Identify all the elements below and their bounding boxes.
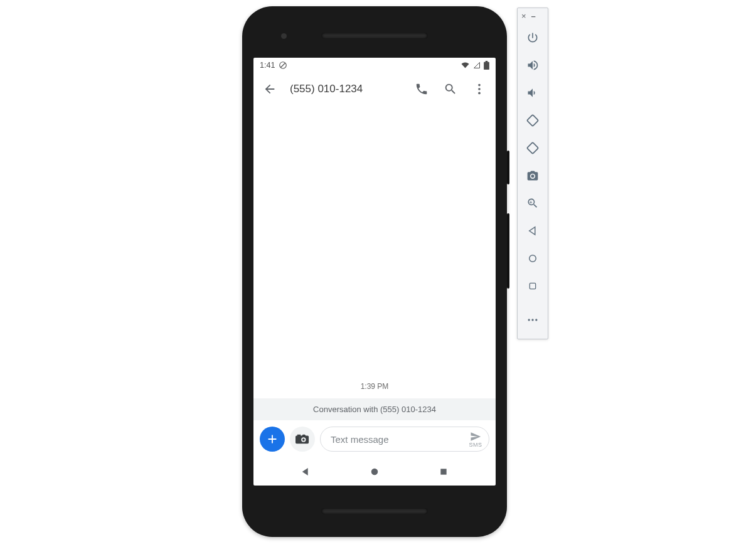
compose-row: SMS	[253, 420, 496, 458]
message-timestamp: 1:39 PM	[253, 382, 496, 391]
device-frame: 1:41 (555)	[242, 6, 507, 537]
emulator-minimize-button[interactable]: –	[531, 12, 536, 20]
battery-icon	[484, 61, 489, 70]
device-screen: 1:41 (555)	[253, 58, 496, 486]
wifi-icon	[461, 61, 470, 69]
svg-point-9	[528, 319, 530, 321]
call-button[interactable]	[413, 80, 430, 98]
device-volume-rocker	[507, 213, 509, 289]
svg-point-3	[371, 469, 378, 475]
compose-pill: SMS	[320, 427, 489, 452]
emulator-side-toolbar: × –	[517, 8, 548, 339]
emulator-power-button[interactable]	[521, 26, 544, 49]
android-nav-bar	[253, 458, 496, 486]
emulator-screenshot-button[interactable]	[521, 164, 544, 187]
status-bar: 1:41	[253, 58, 496, 73]
device-power-button	[507, 151, 509, 184]
more-options-button[interactable]	[471, 80, 488, 98]
app-bar: (555) 010-1234	[253, 73, 496, 105]
svg-point-7	[530, 255, 536, 262]
emulator-volume-up-button[interactable]	[521, 54, 544, 77]
conversation-scroll-area[interactable]: 1:39 PM	[253, 105, 496, 398]
svg-point-10	[531, 319, 533, 321]
emulator-home-button[interactable]	[521, 247, 544, 270]
svg-point-11	[535, 319, 537, 321]
emulator-close-button[interactable]: ×	[521, 12, 526, 20]
emulator-back-button[interactable]	[521, 220, 544, 242]
cell-signal-icon	[472, 61, 481, 69]
send-sublabel: SMS	[469, 442, 482, 448]
conversation-title: (555) 010-1234	[290, 83, 402, 95]
front-camera-dot	[281, 33, 287, 39]
svg-rect-5	[527, 115, 538, 126]
svg-point-2	[478, 92, 481, 95]
status-time: 1:41	[260, 61, 275, 70]
svg-rect-6	[527, 142, 538, 154]
svg-point-0	[478, 84, 481, 87]
back-button[interactable]	[261, 80, 279, 98]
svg-rect-4	[440, 469, 446, 474]
emulator-rotate-left-button[interactable]	[521, 109, 544, 132]
nav-back-button[interactable]	[297, 464, 314, 480]
attach-add-button[interactable]	[260, 427, 285, 452]
svg-rect-8	[530, 283, 535, 289]
do-not-disturb-icon	[279, 61, 287, 70]
emulator-zoom-button[interactable]	[521, 192, 544, 215]
camera-gallery-button[interactable]	[290, 427, 315, 452]
nav-recents-button[interactable]	[435, 464, 452, 480]
send-button[interactable]: SMS	[469, 431, 482, 448]
emulator-more-button[interactable]	[521, 309, 544, 331]
emulator-rotate-right-button[interactable]	[521, 137, 544, 159]
message-input[interactable]	[331, 434, 469, 445]
nav-home-button[interactable]	[366, 464, 383, 480]
svg-point-1	[478, 88, 481, 90]
emulator-overview-button[interactable]	[521, 275, 544, 297]
search-button[interactable]	[442, 80, 459, 98]
emulator-volume-down-button[interactable]	[521, 82, 544, 104]
conversation-banner: Conversation with (555) 010-1234	[253, 398, 496, 420]
